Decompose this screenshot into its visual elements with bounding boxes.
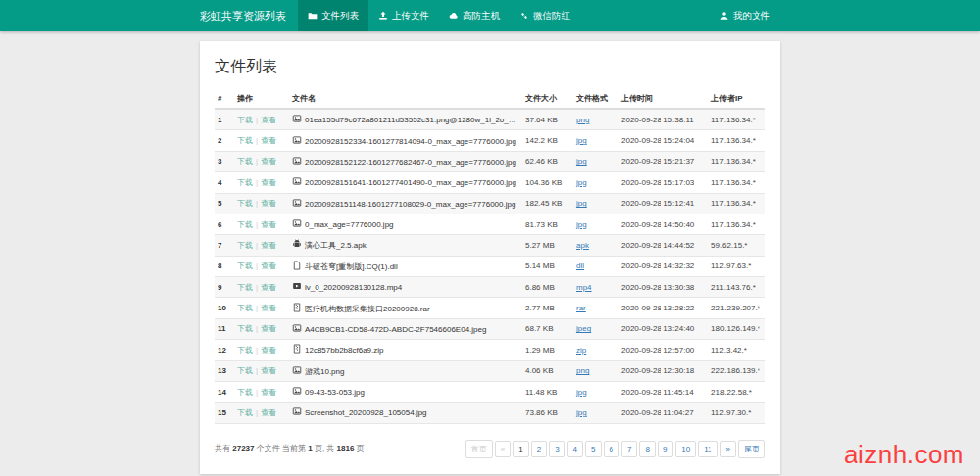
format-link[interactable]: jpeg	[576, 324, 591, 333]
view-link[interactable]: 查看	[261, 157, 276, 166]
download-link[interactable]: 下载	[237, 241, 253, 250]
view-link[interactable]: 查看	[261, 366, 276, 375]
format-link[interactable]: mp4	[576, 283, 592, 292]
view-link[interactable]: 查看	[261, 408, 276, 417]
download-link[interactable]: 下载	[237, 283, 253, 292]
row-operations: 下载|查看	[234, 193, 289, 214]
file-name: 游戏10.png	[289, 360, 522, 381]
view-link[interactable]: 查看	[261, 220, 276, 229]
page-button-3[interactable]: 3	[549, 441, 564, 457]
page-button-尾页[interactable]: 尾页	[738, 440, 765, 458]
download-link[interactable]: 下载	[237, 346, 253, 355]
nav-item-host[interactable]: 高防主机	[439, 0, 510, 31]
file-size: 62.46 KB	[522, 151, 573, 171]
format-link[interactable]: png	[576, 366, 589, 375]
format-link[interactable]: jpg	[576, 408, 587, 417]
format-link[interactable]: jpg	[576, 199, 587, 208]
format-link[interactable]: jpg	[576, 388, 587, 397]
brand-link[interactable]: 彩虹共享资源列表	[200, 0, 298, 31]
op-separator: |	[256, 241, 258, 250]
file-format: jpg	[573, 151, 618, 171]
nav-item-upload[interactable]: 上传文件	[368, 0, 439, 31]
page-button-1: 1	[513, 441, 528, 457]
file-size: 11.48 KB	[522, 381, 573, 402]
uploader-ip: 59.62.15.*	[709, 235, 765, 256]
file-name-text: 20200928152122-1601277682467-0_max_age=7…	[305, 158, 516, 167]
row-operations: 下载|查看	[234, 381, 289, 402]
view-link[interactable]: 查看	[261, 304, 276, 312]
file-size: 182.45 KB	[522, 193, 573, 214]
file-name-text: A4CB9CB1-CD58-472D-ABDC-2F7546606E04.jpe…	[305, 325, 486, 334]
format-link[interactable]: jpg	[576, 220, 587, 229]
image-file-icon	[292, 323, 302, 335]
image-file-icon	[292, 406, 302, 418]
download-link[interactable]: 下载	[237, 262, 253, 270]
file-format: jpg	[573, 403, 618, 423]
file-name-text: Screenshot_20200928_105054.jpg	[305, 408, 427, 417]
page-button-10[interactable]: 10	[675, 441, 696, 457]
download-link[interactable]: 下载	[237, 178, 253, 187]
format-link[interactable]: jpg	[576, 157, 587, 166]
view-link[interactable]: 查看	[261, 324, 276, 333]
table-row: 13下载|查看游戏10.png4.06 KBpng2020-09-28 12:3…	[215, 360, 765, 381]
page-button-6[interactable]: 6	[604, 441, 619, 457]
download-link[interactable]: 下载	[237, 366, 253, 375]
format-link[interactable]: jpg	[576, 136, 587, 145]
view-link[interactable]: 查看	[261, 283, 276, 292]
page-button-2[interactable]: 2	[531, 441, 547, 457]
format-link[interactable]: dll	[576, 262, 584, 270]
page-button-»[interactable]: »	[720, 441, 736, 457]
nav-item-label: 上传文件	[392, 10, 429, 23]
total-files-count: 27237	[232, 444, 254, 452]
page-button-8[interactable]: 8	[639, 441, 655, 457]
file-size: 1.29 MB	[522, 340, 573, 360]
file-name-text: 20200928152334-1601277814094-0_max_age=7…	[305, 137, 516, 146]
row-number: 12	[215, 340, 234, 360]
nav-item-label: 微信防红	[533, 10, 570, 23]
upload-time: 2020-09-28 14:44:52	[618, 235, 709, 256]
file-name-text: lv_0_20200928130128.mp4	[305, 283, 402, 292]
download-link[interactable]: 下载	[237, 199, 253, 208]
format-link[interactable]: rar	[576, 304, 586, 312]
op-separator: |	[256, 324, 258, 333]
download-link[interactable]: 下载	[237, 157, 253, 166]
format-link[interactable]: jpg	[576, 178, 587, 187]
format-link[interactable]: png	[576, 116, 589, 124]
page-button-7[interactable]: 7	[621, 441, 637, 457]
view-link[interactable]: 查看	[261, 346, 276, 355]
download-link[interactable]: 下载	[237, 220, 253, 229]
view-link[interactable]: 查看	[261, 136, 276, 145]
page-button-5[interactable]: 5	[585, 441, 601, 457]
pagination-summary: 共有 27237 个文件 当前第 1 页, 共 1816 页	[215, 443, 365, 453]
file-format: jpeg	[573, 318, 618, 339]
row-number: 4	[215, 172, 234, 193]
file-list-card: 文件列表 # 操作 文件名 文件大小 文件格式 上传时间 上传者IP 1下载|查…	[200, 41, 780, 474]
format-link[interactable]: zip	[576, 346, 586, 355]
download-link[interactable]: 下载	[237, 304, 253, 312]
op-separator: |	[256, 157, 258, 166]
nav-item-wechat[interactable]: 微信防红	[510, 0, 580, 31]
format-link[interactable]: apk	[576, 241, 589, 250]
view-link[interactable]: 查看	[261, 388, 276, 397]
table-row: 5下载|查看20200928151148-1601277108029-0_max…	[215, 193, 765, 214]
view-link[interactable]: 查看	[261, 116, 276, 124]
view-link[interactable]: 查看	[261, 241, 276, 250]
download-link[interactable]: 下载	[237, 408, 253, 417]
nav-item-file-list[interactable]: 文件列表	[298, 0, 368, 31]
upload-time: 2020-09-28 12:57:00	[618, 340, 709, 360]
page-button-11[interactable]: 11	[698, 441, 717, 457]
view-link[interactable]: 查看	[261, 262, 276, 270]
row-operations: 下载|查看	[234, 298, 289, 318]
page-button-4[interactable]: 4	[567, 441, 583, 457]
view-link[interactable]: 查看	[261, 178, 276, 187]
page-button-9[interactable]: 9	[658, 441, 673, 457]
archive-file-icon	[292, 303, 302, 314]
download-link[interactable]: 下载	[237, 388, 253, 397]
download-link[interactable]: 下载	[237, 116, 253, 124]
nav-item-my-files[interactable]: 我的文件	[710, 0, 780, 31]
download-link[interactable]: 下载	[237, 136, 253, 145]
view-link[interactable]: 查看	[261, 199, 276, 208]
download-link[interactable]: 下载	[237, 324, 253, 333]
row-number: 6	[215, 214, 234, 234]
row-number: 8	[215, 256, 234, 276]
